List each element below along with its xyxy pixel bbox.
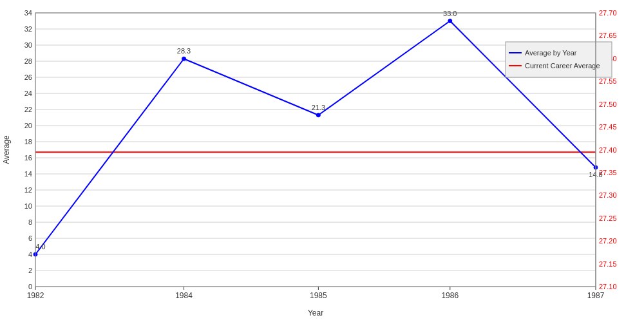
- svg-text:27.10: 27.10: [599, 283, 617, 290]
- svg-text:27.70: 27.70: [599, 9, 617, 17]
- svg-text:Year: Year: [308, 308, 323, 317]
- svg-text:8: 8: [28, 218, 32, 226]
- svg-text:18: 18: [24, 138, 32, 146]
- svg-text:Average by Year: Average by Year: [525, 49, 577, 57]
- svg-text:27.30: 27.30: [599, 191, 617, 199]
- svg-text:16: 16: [24, 154, 32, 162]
- svg-text:30: 30: [24, 41, 32, 49]
- svg-text:2: 2: [28, 267, 32, 274]
- svg-text:34: 34: [24, 9, 32, 17]
- svg-text:0: 0: [28, 283, 32, 290]
- svg-text:1982: 1982: [27, 291, 44, 300]
- svg-point-70: [182, 57, 186, 61]
- svg-text:27.55: 27.55: [599, 77, 617, 85]
- svg-text:28.3: 28.3: [177, 47, 191, 55]
- svg-text:28: 28: [24, 57, 32, 65]
- svg-text:1986: 1986: [441, 291, 459, 300]
- svg-text:26: 26: [24, 73, 32, 81]
- svg-text:1984: 1984: [175, 291, 193, 300]
- svg-text:32: 32: [24, 25, 32, 33]
- svg-text:14: 14: [24, 170, 32, 178]
- svg-text:4: 4: [28, 251, 32, 258]
- svg-text:27.40: 27.40: [599, 146, 617, 154]
- svg-text:27.15: 27.15: [599, 260, 617, 268]
- svg-text:1985: 1985: [310, 291, 327, 300]
- svg-text:Current Career Average: Current Career Average: [525, 62, 600, 70]
- chart-container: 024681012141618202224262830323427.1027.1…: [0, 0, 644, 322]
- svg-text:12: 12: [24, 186, 32, 194]
- svg-text:27.25: 27.25: [599, 214, 617, 222]
- svg-text:24: 24: [24, 90, 32, 97]
- svg-text:6: 6: [28, 234, 32, 242]
- svg-text:Average: Average: [2, 135, 11, 164]
- svg-point-72: [316, 113, 320, 117]
- svg-point-74: [448, 19, 452, 23]
- svg-text:22: 22: [24, 106, 32, 113]
- svg-text:4.0: 4.0: [35, 243, 45, 251]
- svg-text:10: 10: [24, 202, 32, 210]
- svg-text:27.45: 27.45: [599, 123, 617, 131]
- svg-text:27.50: 27.50: [599, 100, 617, 108]
- svg-text:20: 20: [24, 122, 32, 129]
- svg-text:27.65: 27.65: [599, 32, 617, 39]
- svg-text:21.3: 21.3: [312, 104, 325, 111]
- svg-text:27.20: 27.20: [599, 237, 617, 245]
- svg-text:1987: 1987: [587, 291, 605, 300]
